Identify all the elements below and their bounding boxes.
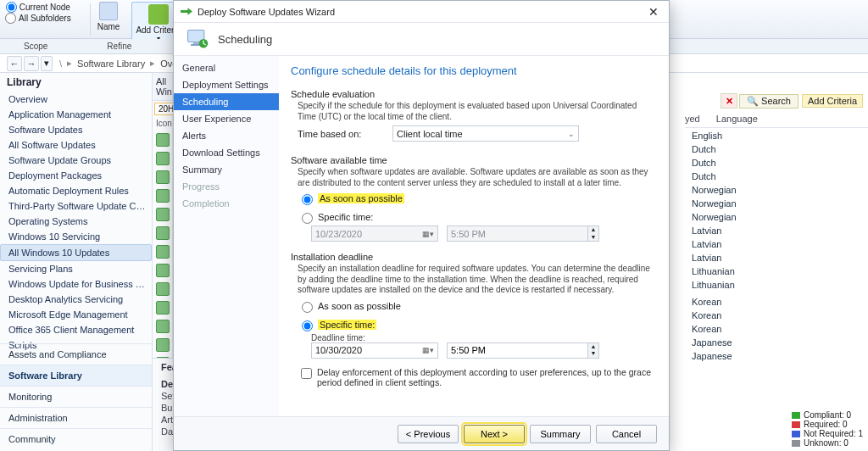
column-headers: yed Language — [685, 110, 868, 128]
list-item[interactable]: Lithuanian — [692, 264, 865, 278]
workspace-monitoring[interactable]: Monitoring — [0, 386, 152, 407]
list-item[interactable]: Lithuanian — [692, 278, 865, 292]
list-item[interactable]: Dutch — [692, 142, 865, 156]
schedule-eval-desc: Specify if the schedule for this deploym… — [291, 99, 655, 122]
leftnav-item[interactable]: Windows Update for Business Policies — [0, 276, 152, 292]
available-specific-radio[interactable]: Specific time: — [298, 210, 373, 224]
close-button[interactable]: ✕ — [645, 5, 662, 19]
time-up[interactable]: ▲ — [587, 343, 598, 351]
list-item[interactable]: Latvian — [692, 251, 865, 264]
search-bar: ✕ 🔍 Search Add Criteria — [721, 93, 863, 109]
list-item[interactable]: Japanese — [692, 336, 865, 349]
update-icon — [156, 226, 170, 240]
step-alerts[interactable]: Alerts — [174, 127, 279, 144]
leftnav-item[interactable]: Desktop Analytics Servicing — [0, 292, 152, 307]
leftnav-item[interactable]: Third-Party Software Update Catalogs — [0, 198, 152, 214]
step-general[interactable]: General — [174, 59, 279, 76]
leftnav-item[interactable]: Overview — [0, 92, 152, 107]
svg-rect-1 — [193, 42, 199, 45]
leftnav-item[interactable]: Software Updates — [0, 122, 152, 137]
add-criteria-button-right[interactable]: Add Criteria — [802, 94, 863, 108]
name-block[interactable]: Name — [97, 2, 120, 31]
leftnav-item[interactable]: Microsoft Edge Management — [0, 307, 152, 322]
step-download-settings[interactable]: Download Settings — [174, 144, 279, 161]
all-subfolders-radio[interactable]: All Subfolders — [5, 13, 71, 24]
available-time-input — [448, 226, 587, 241]
update-icon — [156, 208, 170, 221]
workspace-assets[interactable]: Assets and Compliance — [0, 343, 152, 365]
update-icon — [156, 338, 170, 352]
leftnav-item[interactable]: All Software Updates — [0, 137, 152, 153]
list-item[interactable]: English — [692, 129, 865, 142]
leftnav-item[interactable]: Operating Systems — [0, 214, 152, 229]
deadline-title: Installation deadline — [291, 252, 655, 262]
update-icon — [156, 133, 170, 147]
leftnav-header: Library — [0, 73, 152, 92]
back-button[interactable]: ← — [7, 56, 22, 71]
time-based-dropdown[interactable]: Client local time⌄ — [392, 125, 579, 142]
forward-button[interactable]: → — [24, 56, 39, 71]
wizard-titlebar[interactable]: Deploy Software Updates Wizard ✕ — [174, 1, 669, 23]
language-list: EnglishDutchDutchDutchNorwegianNorwegian… — [692, 129, 865, 363]
list-item[interactable]: Japanese — [692, 349, 865, 363]
workspace-software-library[interactable]: Software Library — [0, 365, 152, 386]
list-item[interactable]: Dutch — [692, 156, 865, 170]
deployed-col[interactable]: yed — [685, 114, 700, 124]
update-icon — [156, 170, 170, 184]
summary-button[interactable]: Summary — [530, 425, 591, 443]
left-navigation: Library OverviewApplication ManagementSo… — [0, 73, 153, 451]
deploy-icon — [181, 6, 192, 18]
time-down[interactable]: ▼ — [587, 350, 598, 358]
right-pane: ✕ 🔍 Search Add Criteria yed Language Eng… — [670, 73, 868, 451]
deadline-date-picker[interactable]: 10/30/2020▦▾ — [311, 342, 438, 359]
clear-search-button[interactable]: ✕ — [721, 93, 737, 109]
leftnav-item[interactable]: Automatic Deployment Rules — [0, 183, 152, 198]
workspace-administration[interactable]: Administration — [0, 407, 152, 428]
leftnav-item[interactable]: Application Management — [0, 107, 152, 122]
leftnav-item[interactable]: All Windows 10 Updates — [0, 244, 152, 261]
list-item[interactable]: Korean — [692, 322, 865, 336]
delay-enforcement-checkbox[interactable] — [301, 368, 312, 379]
deadline-specific-radio[interactable]: Specific time: — [298, 318, 376, 331]
time-based-label: Time based on: — [298, 129, 392, 139]
crumb-software-library[interactable]: Software Library — [77, 58, 145, 69]
leftnav-item[interactable]: Software Update Groups — [0, 153, 152, 168]
previous-button[interactable]: < Previous — [398, 425, 459, 443]
workspace-switcher: Assets and Compliance Software Library M… — [0, 343, 152, 449]
list-item[interactable]: Latvian — [692, 224, 865, 237]
available-time-spinner: ▲▼ — [447, 226, 599, 242]
list-item[interactable]: Dutch — [692, 170, 865, 183]
refine-group-label: Refine — [107, 42, 131, 51]
available-asap-radio[interactable]: As soon as possible — [298, 192, 404, 205]
wizard-content: Configure schedule details for this depl… — [279, 56, 669, 416]
scheduling-icon — [186, 27, 209, 51]
current-node-radio[interactable]: Current Node — [6, 2, 70, 13]
deadline-time-spinner[interactable]: ▲▼ — [447, 342, 599, 359]
leftnav-item[interactable]: Servicing Plans — [0, 261, 152, 276]
list-item[interactable]: Norwegian — [692, 197, 865, 210]
search-button[interactable]: 🔍 Search — [739, 94, 798, 109]
schedule-eval-title: Schedule evaluation — [291, 89, 655, 99]
leftnav-item[interactable]: Windows 10 Servicing — [0, 229, 152, 244]
next-button[interactable]: Next > — [464, 425, 525, 443]
compliance-legend: Compliant: 0 Required: 0 Not Required: 1… — [792, 410, 863, 448]
list-item[interactable]: Norwegian — [692, 210, 865, 224]
deadline-time-label: Deadline time: — [291, 333, 655, 342]
cancel-button[interactable]: Cancel — [596, 425, 657, 443]
deadline-asap-radio[interactable]: As soon as possible — [298, 299, 401, 313]
list-item[interactable]: Norwegian — [692, 183, 865, 197]
step-scheduling[interactable]: Scheduling — [174, 93, 279, 110]
leftnav-item[interactable]: Office 365 Client Management — [0, 322, 152, 337]
list-item[interactable]: Korean — [692, 295, 865, 309]
step-summary[interactable]: Summary — [174, 161, 279, 178]
available-title: Software available time — [291, 155, 655, 165]
step-deployment-settings[interactable]: Deployment Settings — [174, 76, 279, 93]
leftnav-item[interactable]: Deployment Packages — [0, 168, 152, 183]
language-col[interactable]: Language — [716, 114, 758, 124]
list-item[interactable]: Korean — [692, 309, 865, 322]
list-item[interactable]: Latvian — [692, 237, 865, 251]
deadline-time-input[interactable] — [448, 343, 587, 358]
up-button[interactable]: ▾ — [41, 56, 53, 71]
workspace-community[interactable]: Community — [0, 428, 152, 449]
step-user-experience[interactable]: User Experience — [174, 110, 279, 127]
